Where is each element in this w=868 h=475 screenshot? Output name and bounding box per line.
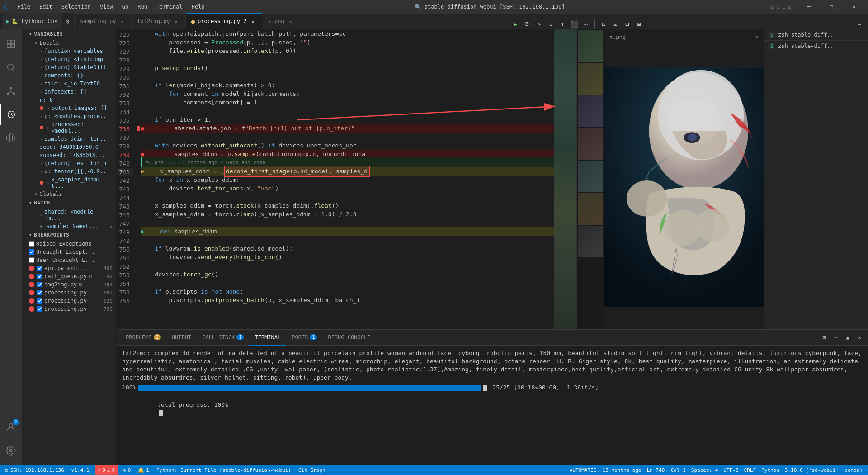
bp-processing-1[interactable]: processing.py 601: [22, 289, 116, 297]
watch-xsample[interactable]: x_sample: NameE... ✕: [22, 222, 116, 230]
notif-zsh-2[interactable]: S zsh stable-diff...: [764, 41, 868, 52]
debug-step-into-btn[interactable]: ↓: [546, 19, 556, 29]
activity-settings[interactable]: [0, 440, 22, 461]
menu-run[interactable]: Run: [134, 3, 151, 11]
bp-api-checkbox[interactable]: [37, 266, 42, 271]
locals-header[interactable]: ▾ Locals: [22, 39, 116, 47]
thumb-2[interactable]: [578, 63, 603, 95]
tab-xpng[interactable]: x.png ✕: [262, 13, 300, 29]
var-x-samples-ddim[interactable]: › x_samples_ddim: t...: [22, 176, 116, 190]
var-function[interactable]: › function variables: [22, 47, 116, 55]
status-errors[interactable]: ✕ 0 ⚠ 0: [95, 465, 118, 475]
activity-debug[interactable]: [0, 104, 22, 125]
var-processed[interactable]: › processed: <modul...: [22, 120, 116, 135]
tab-processing-close[interactable]: ✕: [249, 18, 256, 25]
layout-btn-3[interactable]: ⊟: [622, 19, 632, 29]
var-n[interactable]: n: 0: [22, 96, 116, 104]
tab-sampling[interactable]: sampling.py ✕: [75, 13, 132, 29]
globals-header[interactable]: › Globals: [22, 190, 116, 198]
thumb-6[interactable]: [578, 193, 603, 225]
code-editor[interactable]: 725 726 727 728 729 730 731 732 733 734 …: [117, 29, 576, 329]
panel-tab-ports[interactable]: PORTS 1: [286, 330, 322, 346]
status-notifs[interactable]: 🔔 1: [136, 467, 151, 473]
minimize-button[interactable]: ─: [798, 0, 819, 14]
status-encoding[interactable]: UTF-8: [722, 467, 740, 473]
var-seed[interactable]: seed: 3480610750.0: [22, 143, 116, 151]
notif-zsh-1[interactable]: S zsh stable-diff...: [764, 29, 868, 41]
watch-xsample-remove[interactable]: ✕: [110, 224, 113, 229]
maximize-button[interactable]: □: [821, 0, 842, 14]
activity-explorer[interactable]: [0, 33, 22, 55]
close-button[interactable]: ✕: [844, 0, 864, 14]
bp-processing3-checkbox[interactable]: [37, 306, 42, 312]
menu-terminal[interactable]: Terminal: [153, 3, 186, 11]
status-version[interactable]: v1.4.1: [70, 467, 91, 473]
debug-settings-btn[interactable]: ⚙: [62, 16, 72, 26]
debug-step-over-btn[interactable]: ↷: [534, 19, 544, 29]
var-file[interactable]: › file: <_io.TextIO: [22, 80, 116, 88]
panel-more-btn[interactable]: ⋯: [831, 332, 841, 342]
bp-raised-checkbox[interactable]: [29, 241, 34, 247]
debug-step-out-btn[interactable]: ↑: [557, 19, 567, 29]
bp-img2img[interactable]: img2img.py m 103: [22, 280, 116, 289]
var-comments[interactable]: › comments: {}: [22, 71, 116, 80]
debug-more-btn[interactable]: ⋯: [581, 19, 591, 29]
bp-raised-exceptions[interactable]: Raised Exceptions: [22, 240, 116, 248]
var-return-listcomp[interactable]: › (return) <listcomp: [22, 55, 116, 63]
panel-up-btn[interactable]: ▲: [843, 332, 853, 342]
debug-continue-btn[interactable]: ▶: [510, 19, 520, 29]
panel-tab-problems[interactable]: PROBLEMS 2: [120, 330, 166, 346]
bp-user-uncaught[interactable]: User Uncaught E...: [22, 256, 116, 264]
status-ssh[interactable]: ⊞ SSH: 192.168.1.136: [4, 467, 66, 473]
thumb-4[interactable]: [578, 128, 603, 160]
bp-processing-3[interactable]: processing.py 736: [22, 305, 116, 313]
tab-txt2img-close[interactable]: ✕: [173, 18, 180, 25]
bp-uncaught-exceptions[interactable]: Uncaught Except...: [22, 248, 116, 256]
variables-header[interactable]: ▾ VARIABLES: [22, 29, 116, 39]
var-infotexts[interactable]: › infotexts: []: [22, 88, 116, 96]
terminal-content[interactable]: txt2img: complex 3d render ultra detaile…: [117, 346, 868, 465]
menu-view[interactable]: View: [96, 3, 117, 11]
panel-tab-debug-console[interactable]: DEBUG CONSOLE: [322, 330, 376, 346]
thumb-3[interactable]: [578, 95, 603, 127]
menu-help[interactable]: Help: [188, 3, 208, 11]
activity-search[interactable]: [0, 57, 22, 78]
tab-xpng-close[interactable]: ✕: [287, 18, 294, 25]
image-close-btn[interactable]: ✕: [755, 34, 759, 40]
var-x[interactable]: › x: tensor([[[-0.9...: [22, 167, 116, 176]
bp-processing-2[interactable]: processing.py 620: [22, 297, 116, 305]
tab-txt2img[interactable]: txt2img.py ✕: [132, 13, 185, 29]
status-python-version[interactable]: 3.10.6 ('sd-webui': conda): [783, 467, 864, 473]
bp-user-uncaught-checkbox[interactable]: [29, 257, 34, 263]
debug-stop-btn[interactable]: ⬛: [569, 19, 579, 29]
status-git-issues[interactable]: ⊙ 0: [121, 467, 132, 473]
status-python-env[interactable]: Python: Current File (stable-diffusion-w…: [155, 467, 293, 473]
var-test-for-n[interactable]: › (return) test_for_n: [22, 159, 116, 167]
panel-toggle-btn[interactable]: ⋯: [854, 19, 864, 29]
menu-edit[interactable]: Edit: [36, 3, 56, 11]
var-p[interactable]: › p: <modules.proce...: [22, 112, 116, 120]
thumb-7[interactable]: [578, 226, 603, 257]
var-output-images[interactable]: › output_images: []: [22, 104, 116, 112]
status-line-endings[interactable]: CRLF: [742, 467, 758, 473]
activity-extensions[interactable]: [0, 127, 22, 149]
tab-sampling-close[interactable]: ✕: [118, 18, 126, 25]
bp-processing2-checkbox[interactable]: [37, 298, 42, 304]
status-git-branch[interactable]: Git Graph: [297, 467, 327, 473]
watch-shared[interactable]: › shared: <module 'm...: [22, 208, 116, 222]
layout-btn-4[interactable]: ⊠: [634, 19, 644, 29]
bp-api[interactable]: api.py modul... 498: [22, 264, 116, 272]
bp-uncaught-checkbox[interactable]: [29, 249, 34, 255]
panel-split-btn[interactable]: ⊡: [819, 332, 829, 342]
bp-call-queue[interactable]: call_queue.py m 49: [22, 272, 116, 280]
menu-file[interactable]: File: [14, 3, 34, 11]
status-spaces[interactable]: Spaces: 4: [689, 467, 720, 473]
tab-processing[interactable]: ● processing.py 2 ✕: [186, 13, 263, 29]
thumb-1[interactable]: [578, 30, 603, 62]
watch-header[interactable]: ▾ WATCH: [22, 198, 116, 208]
bp-callqueue-checkbox[interactable]: [37, 274, 42, 279]
panel-tab-callstack[interactable]: CALL STACK 1: [197, 330, 249, 346]
debug-restart-btn[interactable]: ⟳: [522, 19, 532, 29]
layout-btn-1[interactable]: ⊞: [599, 19, 609, 29]
activity-accounts[interactable]: 2: [0, 416, 22, 438]
